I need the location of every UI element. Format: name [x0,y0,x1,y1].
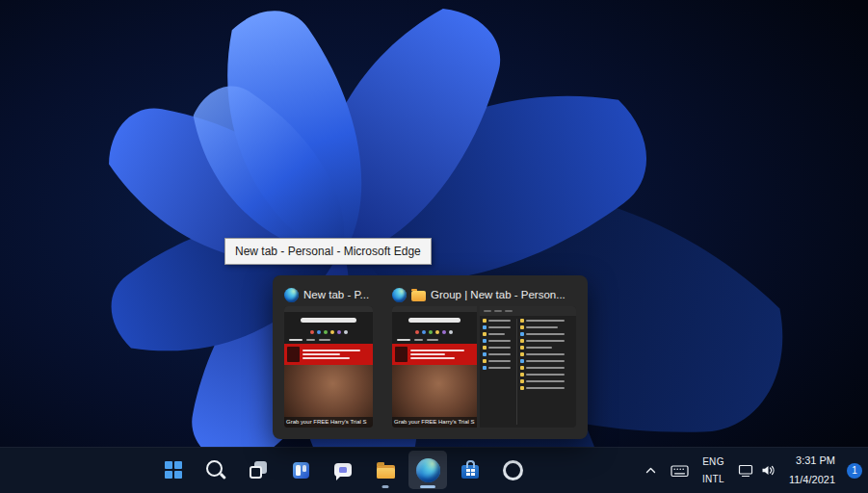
desktop[interactable]: New tab - Personal - Microsoft Edge New … [0,0,868,493]
promo-banner [284,344,373,365]
volume-icon [761,464,776,477]
task-view-button[interactable] [239,451,277,489]
chat-button[interactable] [324,451,362,489]
search-icon [206,460,223,477]
ring-icon [503,460,523,480]
explorer-sidebar [483,319,513,425]
taskbar-center-icons [154,451,532,489]
chevron-up-icon [644,465,657,476]
clock[interactable]: 3:31 PM 11/4/2021 [784,454,840,488]
banner-image [287,347,300,362]
window-thumbnail[interactable]: Grab your FREE Harry's Trial S [284,306,373,428]
newtab-search-bar [284,312,373,327]
keyboard-icon [671,464,689,478]
language-indicator[interactable]: ENG INTL [697,454,729,488]
touch-keyboard-button[interactable] [666,454,694,488]
file-explorer-button[interactable] [366,451,405,489]
search-button[interactable] [197,451,235,489]
store-button[interactable] [451,451,489,489]
banner-image [395,347,408,362]
article-photo: Grab your FREE Harry's Trial S [284,365,373,428]
file-explorer-thumbnail [480,306,576,428]
open-app-indicator [382,485,389,488]
date-text: 11/4/2021 [789,474,835,486]
preview-card-edge-window[interactable]: New tab - P... Grab your FREE Harry's Tr… [284,283,373,428]
explorer-toolbar [480,306,576,316]
article-caption: Grab your FREE Harry's Trial S [392,417,477,428]
open-app-indicator [420,485,435,488]
feed-tabs-row [284,336,373,344]
windows-logo-icon [466,469,475,476]
network-volume-button[interactable] [733,454,780,488]
webpage-thumbnail: Grab your FREE Harry's Trial S [284,306,373,428]
folder-icon [411,291,426,301]
task-view-icon [250,461,267,479]
promo-banner [392,344,477,365]
feed-tabs-row [392,336,477,344]
preview-card-title: Group | New tab - Person... [431,289,576,300]
chat-bubble-icon [334,463,352,477]
edge-icon [416,458,440,482]
edge-icon [392,288,407,302]
newtab-search-bar [392,312,477,327]
taskbar-preview-flyout: New tab - P... Grab your FREE Harry's Tr… [273,275,588,439]
preview-card-header: Group | New tab - Person... [392,283,576,306]
snap-group-thumbnail[interactable]: Grab your FREE Harry's Trial S [392,306,576,428]
network-icon [738,463,754,478]
article-photo: Grab your FREE Harry's Trial S [392,365,477,428]
folder-icon [377,465,395,479]
system-tray: ENG INTL 3:31 PM 11/4/2021 1 [640,448,862,493]
article-caption: Grab your FREE Harry's Trial S [284,417,373,428]
language-line-1: ENG [702,456,724,467]
explorer-file-list [516,319,573,425]
widgets-icon [293,462,309,479]
webpage-thumbnail: Grab your FREE Harry's Trial S [392,306,477,428]
shortcut-icons-row [284,327,373,336]
tray-overflow-button[interactable] [640,454,662,488]
preview-card-snap-group[interactable]: Group | New tab - Person... Grab your FR… [392,283,576,428]
taskbar: ENG INTL 3:31 PM 11/4/2021 1 [0,447,868,493]
windows-logo-icon [165,461,182,479]
language-line-2: INTL [702,474,724,484]
edge-icon [284,288,299,302]
taskbar-tooltip: New tab - Personal - Microsoft Edge [224,238,432,265]
shortcut-icons-row [392,327,477,336]
start-button[interactable] [154,451,193,489]
preview-card-title: New tab - P... [303,289,373,300]
preview-card-header: New tab - P... [284,283,373,306]
store-bag-icon [461,465,479,479]
time-text: 3:31 PM [796,454,835,467]
notification-badge[interactable]: 1 [847,463,862,479]
circular-app-button[interactable] [493,451,532,489]
edge-button[interactable] [408,451,447,489]
explorer-body [480,316,576,428]
widgets-button[interactable] [281,451,320,489]
